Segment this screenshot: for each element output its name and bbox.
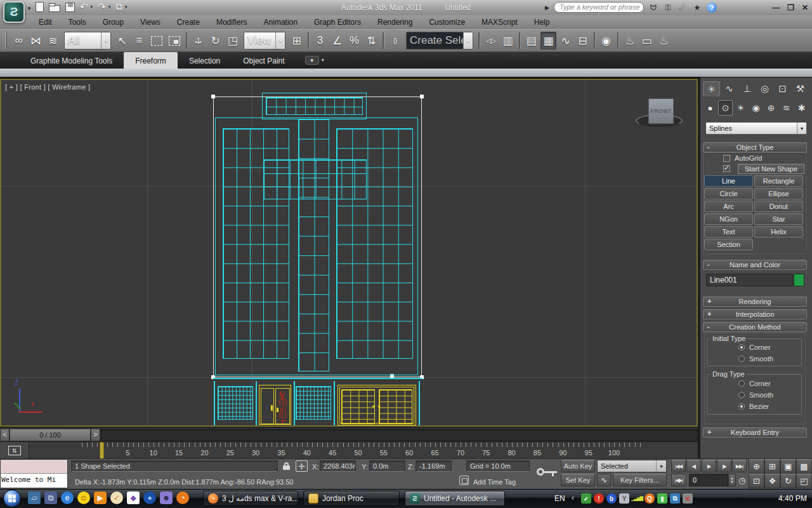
select-and-rotate-icon[interactable]: ↻	[207, 32, 223, 50]
front-viewport[interactable]: [ + ] [ Front ] [ Wireframe ] FRONT Z x	[0, 79, 698, 427]
time-configuration-icon[interactable]: ◷	[737, 474, 747, 486]
next-frame-button[interactable]: |▶	[717, 460, 731, 472]
ribbon-minimize-dropdown-icon[interactable]: ▾	[322, 57, 324, 69]
redo-dropdown-icon[interactable]: ▾	[108, 4, 111, 10]
firefox-icon[interactable]: ◔	[176, 491, 189, 504]
application-menu-button[interactable]: Ƨ	[3, 1, 25, 23]
menu-group[interactable]: Group	[95, 18, 132, 27]
region-zoom-button[interactable]: ⊡	[749, 474, 764, 488]
unlink-selection-icon[interactable]: ⋈	[28, 32, 44, 50]
z-coordinate-field[interactable]: -1.169m	[416, 460, 452, 472]
selection-handle[interactable]	[211, 95, 215, 98]
initial-corner-radio[interactable]: Corner	[738, 342, 773, 353]
tab-graphite-modeling-tools[interactable]: Graphite Modeling Tools	[19, 52, 124, 69]
favorites-star-icon[interactable]: ★	[692, 3, 702, 13]
media-player-icon[interactable]: ▶	[94, 491, 107, 504]
star-button[interactable]: Star	[754, 213, 803, 225]
play-button[interactable]: ▶	[702, 460, 716, 472]
zoom-extents-all-button[interactable]: ▩	[796, 459, 812, 474]
ngon-button[interactable]: NGon	[704, 213, 753, 225]
tab-freeform[interactable]: Freeform	[124, 52, 178, 69]
modify-tab-icon[interactable]: ∿	[721, 81, 738, 97]
autogrid-checkbox[interactable]	[723, 155, 730, 162]
toolbar-grip[interactable]	[5, 32, 7, 49]
autogrid-row[interactable]: AutoGrid	[723, 154, 762, 162]
viewcube[interactable]: FRONT	[648, 98, 674, 124]
add-time-tag-label[interactable]: Add Time Tag	[473, 478, 516, 486]
task-browser-3dsmax-vray[interactable]: ◔3 مه لds max & V-ra...	[203, 491, 298, 506]
search-expand-icon[interactable]: ▶	[545, 4, 549, 11]
restore-button[interactable]: ❐	[787, 3, 794, 12]
auto-key-button[interactable]: Auto Key	[561, 460, 595, 472]
bind-to-space-warp-icon[interactable]: ≋	[45, 32, 61, 50]
geometry-category-icon[interactable]: ●	[703, 100, 717, 116]
y-coordinate-field[interactable]: 0.0m	[369, 460, 405, 472]
x-coordinate-field[interactable]: 2268.403m	[320, 460, 356, 472]
viewport-label[interactable]: [ + ] [ Front ] [ Wireframe ]	[5, 83, 90, 91]
chevron-down-icon[interactable]: ▾	[656, 460, 666, 472]
menu-tools[interactable]: Tools	[60, 18, 95, 27]
close-button[interactable]: ✕	[802, 3, 808, 12]
update-tray-icon[interactable]: Y	[619, 493, 629, 504]
subscription-key-icon[interactable]: ⚿	[663, 3, 673, 13]
antivirus-shield-icon[interactable]: ✓	[581, 493, 591, 504]
quicktime-tray-icon[interactable]: Q	[645, 493, 655, 504]
percent-snap-toggle-icon[interactable]: %	[346, 32, 362, 50]
menu-animation[interactable]: Animation	[256, 18, 306, 27]
window-crossing-toggle-icon[interactable]	[169, 36, 180, 46]
show-desktop-icon[interactable]: ▱	[28, 491, 41, 504]
chevron-down-icon[interactable]: ▾	[101, 32, 110, 49]
default-in-out-tangents-icon[interactable]: ∿	[597, 474, 611, 486]
clock[interactable]: 4:40 PM	[778, 494, 807, 503]
select-and-scale-icon[interactable]: ◳	[225, 32, 240, 50]
selection-lock-icon[interactable]	[282, 462, 291, 470]
object-color-swatch[interactable]	[794, 274, 804, 286]
drag-corner-radio[interactable]: Corner	[738, 378, 773, 389]
undo-icon[interactable]: ↶	[80, 2, 88, 12]
shapes-category-icon[interactable]: ⊙	[718, 100, 733, 116]
start-new-shape-row[interactable]	[723, 165, 730, 172]
donut-button[interactable]: Donut	[754, 201, 803, 212]
maxscript-mini-listener[interactable]: Welcome to Mi	[0, 459, 68, 488]
graphite-modeling-tools-toggle-icon[interactable]: ▦	[540, 32, 556, 50]
space-warps-category-icon[interactable]: ≋	[779, 100, 794, 116]
selection-filter-dropdown[interactable]: All▾	[64, 32, 111, 50]
rendered-frame-window-icon[interactable]: ▭	[639, 32, 655, 50]
drag-corner-radio-dot[interactable]	[738, 380, 745, 387]
mirror-icon[interactable]: ◁▷	[483, 32, 499, 50]
set-key-button[interactable]: Set Key	[561, 474, 595, 486]
material-editor-icon[interactable]: ◉	[598, 32, 614, 50]
drag-bezier-radio[interactable]: Bezier	[738, 401, 773, 412]
tab-selection[interactable]: Selection	[178, 52, 232, 69]
select-object-icon[interactable]: ↖	[114, 32, 130, 50]
spline-category-dropdown[interactable]: Splines▾	[705, 122, 807, 135]
drag-bezier-radio-dot[interactable]	[738, 403, 745, 410]
key-filters-button[interactable]: Key Filters...	[613, 474, 667, 486]
key-mode-toggle-icon[interactable]: |◀▶|	[671, 474, 686, 486]
task-jordan-proc[interactable]: Jordan Proc	[303, 491, 400, 506]
picasa-icon[interactable]: ◆	[127, 491, 140, 504]
menu-edit[interactable]: Edit	[30, 18, 60, 27]
select-and-move-icon[interactable]	[190, 32, 206, 50]
network-tray-icon[interactable]: ⧉	[670, 493, 680, 504]
drag-smooth-radio-dot[interactable]	[738, 392, 745, 398]
open-file-icon[interactable]	[49, 5, 60, 12]
internet-explorer-icon[interactable]: e	[61, 491, 74, 504]
menu-modifiers[interactable]: Modifiers	[208, 18, 256, 27]
menu-customize[interactable]: Customize	[421, 18, 473, 27]
transform-typein-mode-icon[interactable]: ✛	[296, 460, 308, 472]
edit-named-selection-sets-icon[interactable]: {}	[387, 32, 403, 50]
helix-button[interactable]: Helix	[754, 226, 803, 237]
start-button[interactable]	[3, 490, 21, 507]
named-selection-sets-dropdown[interactable]: Create Selection Se▾	[406, 32, 473, 50]
pan-button[interactable]: ❖	[764, 474, 780, 488]
blue-app-icon[interactable]: ●	[143, 491, 156, 504]
interpolation-rollout-header[interactable]: +Interpolation	[703, 309, 807, 319]
menu-maxscript[interactable]: MAXScript	[473, 18, 526, 27]
tray-chevron-icon[interactable]: ‹	[572, 493, 574, 502]
switch-windows-icon[interactable]: ⧉	[44, 491, 57, 504]
new-scene-icon[interactable]	[36, 2, 44, 12]
render-production-icon[interactable]: ♨	[656, 32, 672, 50]
hierarchy-tab-icon[interactable]: ⊥	[738, 81, 756, 97]
utilities-tab-icon[interactable]: ⚒	[792, 81, 809, 97]
